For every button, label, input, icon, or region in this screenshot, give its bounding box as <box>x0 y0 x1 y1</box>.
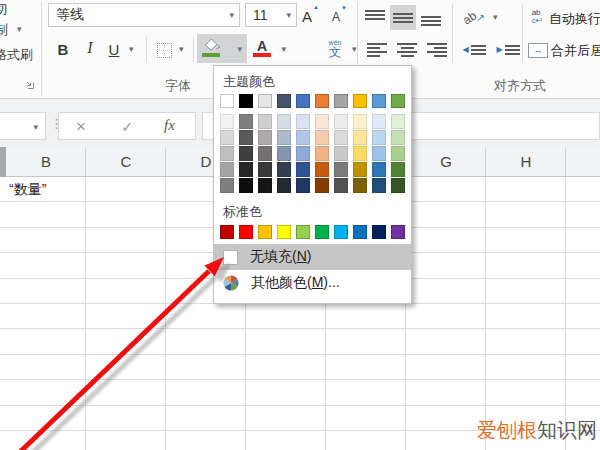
theme-variant-swatch[interactable] <box>353 162 367 177</box>
orientation-button[interactable]: ab ↗ <box>458 5 490 30</box>
theme-variant-swatch[interactable] <box>258 114 272 129</box>
font-color-dropdown-icon[interactable]: ▾ <box>281 45 286 54</box>
theme-variant-swatch[interactable] <box>220 130 234 145</box>
theme-variant-swatch[interactable] <box>334 146 348 161</box>
more-colors-menu-item[interactable]: 其他颜色(M)... <box>214 270 411 296</box>
merge-center-button[interactable]: ↔ <box>528 40 548 60</box>
theme-color-swatch[interactable] <box>277 94 291 108</box>
standard-color-swatch[interactable] <box>353 225 367 239</box>
theme-color-swatch[interactable] <box>296 94 310 108</box>
theme-color-swatch[interactable] <box>258 94 272 108</box>
theme-variant-swatch[interactable] <box>220 146 234 161</box>
theme-variant-swatch[interactable] <box>315 130 329 145</box>
theme-variant-swatch[interactable] <box>277 130 291 145</box>
theme-variant-swatch[interactable] <box>334 114 348 129</box>
standard-color-swatch[interactable] <box>258 225 272 239</box>
theme-variant-swatch[interactable] <box>277 162 291 177</box>
enter-icon[interactable]: ✓ <box>121 118 134 136</box>
column-header-G[interactable]: G <box>406 147 486 177</box>
theme-variant-swatch[interactable] <box>391 114 405 129</box>
copy-dropdown-icon[interactable]: ▾ <box>17 25 22 34</box>
theme-variant-swatch[interactable] <box>296 130 310 145</box>
font-name-combo[interactable]: 等线 ▾ <box>48 3 240 27</box>
theme-variant-swatch[interactable] <box>353 130 367 145</box>
middle-align-button[interactable] <box>390 5 416 30</box>
grow-font-button[interactable]: A▲ <box>293 4 321 29</box>
theme-variant-swatch[interactable] <box>372 130 386 145</box>
name-box-dropdown-icon[interactable]: ▾ <box>33 123 38 132</box>
theme-color-swatch[interactable] <box>372 94 386 108</box>
theme-variant-swatch[interactable] <box>220 178 234 193</box>
theme-color-swatch[interactable] <box>353 94 367 108</box>
cut-button[interactable]: 剪切 <box>0 1 8 19</box>
align-center-button[interactable] <box>394 37 420 62</box>
decrease-indent-button[interactable]: ◀ <box>459 37 489 62</box>
theme-variant-swatch[interactable] <box>315 178 329 193</box>
borders-dropdown-icon[interactable]: ▾ <box>179 45 184 54</box>
bold-button[interactable]: B <box>53 37 73 61</box>
copy-button[interactable]: 复制 <box>0 21 8 39</box>
increase-indent-button[interactable]: ▶ <box>493 37 523 62</box>
cancel-icon[interactable]: × <box>76 117 86 137</box>
font-size-combo[interactable]: 11 ▾ <box>245 3 297 27</box>
theme-variant-swatch[interactable] <box>353 114 367 129</box>
fill-color-dropdown-icon[interactable]: ▾ <box>237 45 242 54</box>
bottom-align-button[interactable] <box>418 5 444 30</box>
theme-color-swatch[interactable] <box>239 94 253 108</box>
italic-button[interactable]: I <box>81 36 99 60</box>
theme-variant-swatch[interactable] <box>372 162 386 177</box>
standard-color-swatch[interactable] <box>391 225 405 239</box>
theme-variant-swatch[interactable] <box>277 178 291 193</box>
theme-variant-swatch[interactable] <box>296 162 310 177</box>
merge-center-label[interactable]: 合并后居中 <box>551 42 600 60</box>
theme-variant-swatch[interactable] <box>391 178 405 193</box>
orientation-dropdown-icon[interactable]: ▾ <box>493 13 498 22</box>
phonetic-dropdown-icon[interactable]: ▾ <box>352 45 357 54</box>
column-header-B[interactable]: B <box>6 147 86 177</box>
theme-variant-swatch[interactable] <box>372 114 386 129</box>
format-painter-button[interactable]: 格式刷 <box>0 46 33 64</box>
standard-color-swatch[interactable] <box>296 225 310 239</box>
theme-variant-swatch[interactable] <box>239 178 253 193</box>
theme-variant-swatch[interactable] <box>391 130 405 145</box>
theme-variant-swatch[interactable] <box>239 130 253 145</box>
no-fill-menu-item[interactable]: 无填充(N) <box>214 244 411 270</box>
theme-variant-swatch[interactable] <box>372 146 386 161</box>
theme-variant-swatch[interactable] <box>258 162 272 177</box>
theme-variant-swatch[interactable] <box>391 162 405 177</box>
shrink-font-button[interactable]: A▼ <box>322 4 350 29</box>
standard-color-swatch[interactable] <box>334 225 348 239</box>
column-header-C[interactable]: C <box>86 147 166 177</box>
wrap-text-button[interactable]: abc↩ <box>528 7 546 27</box>
standard-color-swatch[interactable] <box>372 225 386 239</box>
theme-variant-swatch[interactable] <box>372 178 386 193</box>
align-right-button[interactable] <box>424 37 450 62</box>
fill-color-button[interactable]: ▾ <box>197 34 247 63</box>
insert-function-icon[interactable]: fx <box>164 117 175 134</box>
wrap-text-label[interactable]: 自动换行 <box>549 10 600 28</box>
name-box[interactable]: ▾ <box>0 112 46 140</box>
font-color-button[interactable]: A ▾ <box>250 34 290 63</box>
theme-variant-swatch[interactable] <box>258 146 272 161</box>
underline-button[interactable]: U <box>104 37 124 61</box>
standard-color-swatch[interactable] <box>315 225 329 239</box>
theme-color-swatch[interactable] <box>391 94 405 108</box>
theme-variant-swatch[interactable] <box>277 114 291 129</box>
theme-variant-swatch[interactable] <box>334 178 348 193</box>
theme-variant-swatch[interactable] <box>258 178 272 193</box>
theme-variant-swatch[interactable] <box>296 178 310 193</box>
theme-variant-swatch[interactable] <box>258 130 272 145</box>
standard-color-swatch[interactable] <box>220 225 234 239</box>
theme-variant-swatch[interactable] <box>353 178 367 193</box>
underline-dropdown-icon[interactable]: ▾ <box>129 45 134 54</box>
theme-variant-swatch[interactable] <box>296 114 310 129</box>
theme-variant-swatch[interactable] <box>334 162 348 177</box>
theme-variant-swatch[interactable] <box>353 146 367 161</box>
borders-button[interactable] <box>153 39 175 61</box>
theme-variant-swatch[interactable] <box>296 146 310 161</box>
standard-color-swatch[interactable] <box>277 225 291 239</box>
clipboard-dialog-launcher-icon[interactable] <box>24 79 35 90</box>
column-a-sliver[interactable] <box>0 147 6 177</box>
phonetic-guide-button[interactable]: wén 文 <box>320 35 350 62</box>
theme-variant-swatch[interactable] <box>239 162 253 177</box>
